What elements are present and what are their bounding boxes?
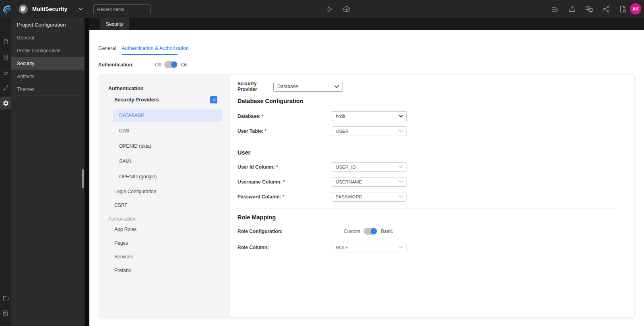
section-title-role-mapping: Role Mapping: [237, 213, 617, 221]
required-asterisk: *: [264, 128, 266, 134]
username-column-label: Username Column:*: [237, 179, 332, 185]
sidebar-item-profile-configuration[interactable]: Profile Configuration: [11, 44, 85, 57]
authentication-section-header: Authentication: [108, 86, 144, 91]
user-table-value: USER: [336, 129, 349, 134]
sidebar-item-themes[interactable]: Themes: [11, 83, 85, 96]
section-divider: [237, 143, 617, 143]
user-id-column-select[interactable]: USER_ID: [332, 162, 407, 172]
wavemaker-logo-icon: [2, 4, 13, 14]
nav-item-login-configuration[interactable]: Login Configuration: [114, 189, 156, 194]
sidebar-item-security[interactable]: Security: [11, 57, 85, 70]
deploy-cloud-upload-icon[interactable]: [342, 5, 351, 14]
authentication-off-label: Off: [155, 62, 161, 68]
authentication-toggle[interactable]: [164, 61, 178, 68]
authorization-section-header: Authorization: [108, 216, 136, 222]
top-bar: MultiSecurity: [0, 0, 644, 18]
chevron-down-icon: [398, 115, 403, 118]
security-providers-label: Security Providers: [114, 97, 159, 103]
project-avatar-icon[interactable]: [18, 4, 28, 14]
pages-icon[interactable]: [0, 35, 11, 48]
file-explorer-folder-icon[interactable]: [0, 291, 11, 304]
user-table-select[interactable]: USER: [332, 126, 407, 136]
java-services-icon[interactable]: [0, 66, 11, 79]
plus-icon: [212, 98, 216, 102]
project-chevron-down-icon[interactable]: [78, 6, 84, 12]
authentication-label: Authentication:: [98, 62, 134, 68]
export-publish-icon[interactable]: [568, 5, 576, 13]
nav-item-app-roles[interactable]: App Roles: [114, 227, 136, 232]
section-title-database-configuration: Database Configuration: [237, 97, 617, 105]
role-toggle-basic-label: Basic: [381, 229, 392, 234]
role-configuration-label: Role Configuration:: [237, 229, 332, 234]
toggle-knob: [371, 228, 377, 234]
provider-item-openid-okta[interactable]: OPENID (okta): [119, 143, 151, 149]
add-provider-button[interactable]: [210, 96, 217, 103]
workspace-tab-security[interactable]: Security: [100, 18, 129, 30]
sidebar-scrollbar[interactable]: [82, 169, 84, 188]
feedback-chat-icon[interactable]: [585, 5, 594, 14]
provider-item-database[interactable]: DATABASE: [113, 109, 222, 122]
active-tab-underline: [122, 54, 178, 55]
password-column-select[interactable]: PASSWORD: [332, 192, 407, 202]
svg-text:LOG: LOG: [4, 313, 6, 314]
section-divider: [237, 208, 617, 208]
database-select[interactable]: hrdb: [332, 111, 407, 121]
password-column-label: Password Column:*: [237, 194, 332, 200]
nav-item-prefabs[interactable]: Prefabs: [114, 268, 131, 273]
required-asterisk: *: [276, 164, 278, 170]
logs-icon[interactable]: LOG: [0, 307, 11, 320]
workspace-tab-strip: [85, 18, 644, 30]
required-asterisk: *: [283, 179, 285, 185]
role-toggle-custom-label: Custom: [344, 229, 360, 234]
nav-item-pages[interactable]: Pages: [114, 240, 128, 246]
toggle-knob: [171, 62, 177, 68]
project-config-sidebar: Project Configuration General Profile Co…: [11, 18, 85, 326]
provider-item-cas[interactable]: CAS: [119, 128, 129, 134]
user-table-label: User Table:*: [237, 128, 332, 134]
apis-connector-icon[interactable]: [0, 81, 11, 94]
required-asterisk: *: [283, 194, 285, 200]
tab-general[interactable]: General: [98, 41, 116, 55]
recent-items-input[interactable]: [93, 4, 151, 14]
more-options-icon[interactable]: [0, 322, 11, 326]
role-configuration-toggle[interactable]: [364, 228, 377, 235]
role-column-label: Role Column:: [237, 245, 332, 250]
role-column-value: ROLE: [336, 245, 348, 250]
share-branch-icon[interactable]: [602, 5, 610, 13]
database-icon[interactable]: [0, 51, 11, 64]
password-column-value: PASSWORD: [336, 194, 362, 199]
chevron-down-icon: [334, 85, 339, 88]
nav-item-services[interactable]: Services: [114, 254, 133, 260]
release-notes-checklist-icon[interactable]: [551, 5, 559, 13]
provider-config-form: Security Provider Database Database Conf…: [230, 75, 635, 318]
run-play-icon[interactable]: [325, 5, 333, 13]
sidebar-gap: [85, 18, 89, 326]
tab-authentication-authorization[interactable]: Authentication & Authorization: [122, 41, 189, 55]
sidebar-title: Project Configuration: [11, 18, 85, 31]
nav-item-csrf[interactable]: CSRF: [114, 202, 128, 208]
sidebar-item-general[interactable]: General: [11, 31, 85, 44]
database-label: Database:*: [237, 113, 332, 119]
security-provider-select[interactable]: Database: [273, 82, 343, 92]
security-provider-value: Database: [277, 84, 298, 89]
chevron-down-icon: [398, 165, 403, 168]
security-provider-label: Security Provider: [237, 81, 273, 92]
database-value: hrdb: [336, 113, 345, 119]
chevron-down-icon: [398, 246, 403, 249]
authentication-on-label: On: [181, 62, 188, 68]
username-column-value: USERNAME: [336, 180, 362, 184]
authentication-nav-panel: Authentication Security Providers DATABA…: [99, 75, 230, 317]
sidebar-item-artifacts[interactable]: Artifacts: [11, 70, 85, 83]
role-column-select[interactable]: ROLE: [332, 243, 407, 252]
icon-rail: LOG: [0, 18, 11, 326]
settings-gear-icon[interactable]: [0, 97, 11, 109]
section-title-user: User: [237, 149, 617, 157]
user-avatar[interactable]: AK: [630, 3, 641, 14]
provider-item-openid-google[interactable]: OPENID (google): [119, 174, 157, 180]
chevron-down-icon: [398, 195, 403, 198]
username-column-select[interactable]: USERNAME: [332, 177, 407, 187]
provider-item-saml[interactable]: SAML: [119, 159, 132, 164]
chevron-down-icon: [398, 130, 403, 132]
chevron-down-icon: [398, 180, 403, 183]
file-search-icon[interactable]: [619, 5, 627, 13]
